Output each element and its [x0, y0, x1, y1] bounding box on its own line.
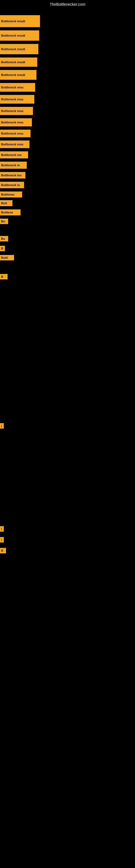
bottleneck-bar-7: Bottleneck resu: [0, 95, 34, 104]
bottleneck-bar-6: Bottleneck resu: [0, 83, 35, 92]
bottleneck-bar-10: Bottleneck resu: [0, 130, 31, 137]
bottleneck-bar-14: Bottleneck res: [0, 172, 26, 179]
bottleneck-bar-16: Bottlenec: [0, 191, 22, 197]
bottleneck-bar-19: Bo: [0, 219, 8, 224]
bottleneck-bar-4: Bottleneck result: [0, 58, 37, 67]
bottleneck-bar-13: Bottleneck re: [0, 162, 27, 169]
bottleneck-bar-20: Bo: [0, 236, 8, 241]
bottleneck-bar-18: Bottlene: [0, 209, 20, 215]
bottleneck-bar-3: Bottleneck result: [0, 44, 38, 54]
bottleneck-bar-8: Bottleneck resu: [0, 107, 33, 115]
bottleneck-bar-15: Bottleneck re: [0, 182, 24, 188]
bottleneck-bar-5: Bottleneck result: [0, 70, 37, 80]
bottleneck-bar-17: Bott: [0, 200, 12, 206]
bottleneck-bar-11: Bottleneck resu: [0, 141, 30, 148]
site-title: TheBottlenecker.com: [0, 0, 135, 9]
bottleneck-bar-24: |: [0, 423, 4, 429]
bottleneck-bar-26: |: [0, 537, 4, 542]
bottleneck-bar-27: B: [0, 548, 6, 553]
bottleneck-bar-12: Bottleneck res: [0, 151, 28, 158]
bottleneck-bar-23: B: [0, 274, 8, 279]
bottleneck-bar-21: B: [0, 246, 5, 251]
bottleneck-bar-25: |: [0, 526, 4, 532]
bottleneck-bar-22: Bottl: [0, 255, 14, 260]
bottleneck-bar-9: Bottleneck resu: [0, 118, 32, 126]
bottleneck-bar-2: Bottleneck result: [0, 30, 39, 41]
bottleneck-bar-1: Bottleneck result: [0, 15, 40, 27]
